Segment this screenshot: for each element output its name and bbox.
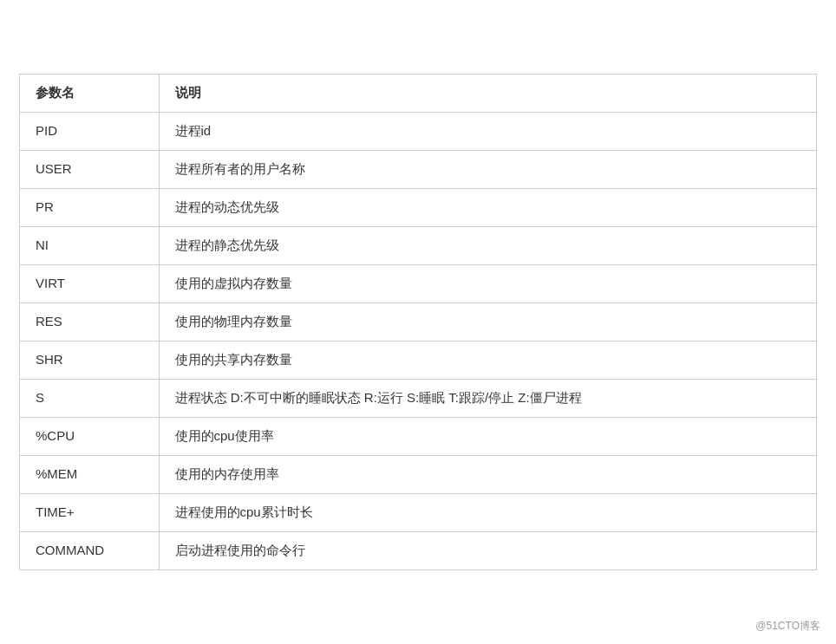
table-row: S进程状态 D:不可中断的睡眠状态 R:运行 S:睡眠 T:跟踪/停止 Z:僵尸… (20, 380, 816, 418)
param-desc: 使用的内存使用率 (159, 456, 816, 494)
param-desc: 使用的虚拟内存数量 (159, 265, 816, 303)
param-desc: 使用的cpu使用率 (159, 418, 816, 456)
table-row: VIRT使用的虚拟内存数量 (20, 265, 816, 303)
table-row: %CPU使用的cpu使用率 (20, 418, 816, 456)
table-row: PR进程的动态优先级 (20, 189, 816, 227)
col2-header: 说明 (159, 75, 816, 113)
param-name: VIRT (20, 265, 159, 303)
param-desc: 使用的物理内存数量 (159, 303, 816, 342)
table-row: TIME+进程使用的cpu累计时长 (20, 494, 816, 532)
table-row: SHR使用的共享内存数量 (20, 342, 816, 380)
table-row: RES使用的物理内存数量 (20, 303, 816, 342)
param-name: SHR (20, 342, 159, 380)
param-name: S (20, 380, 159, 418)
table-row: USER进程所有者的用户名称 (20, 151, 816, 189)
param-desc: 启动进程使用的命令行 (159, 532, 816, 570)
watermark: @51CTO博客 (755, 619, 820, 634)
param-name: %CPU (20, 418, 159, 456)
table-row: PID进程id (20, 113, 816, 151)
table-row: COMMAND启动进程使用的命令行 (20, 532, 816, 570)
param-name: NI (20, 227, 159, 265)
param-name: PID (20, 113, 159, 151)
param-name: COMMAND (20, 532, 159, 570)
table-row: NI进程的静态优先级 (20, 227, 816, 265)
param-name: PR (20, 189, 159, 227)
param-name: TIME+ (20, 494, 159, 532)
param-desc: 使用的共享内存数量 (159, 342, 816, 380)
param-desc: 进程所有者的用户名称 (159, 151, 816, 189)
param-name: %MEM (20, 456, 159, 494)
param-desc: 进程状态 D:不可中断的睡眠状态 R:运行 S:睡眠 T:跟踪/停止 Z:僵尸进… (159, 380, 816, 418)
param-name: RES (20, 303, 159, 342)
param-desc: 进程使用的cpu累计时长 (159, 494, 816, 532)
table-row: %MEM使用的内存使用率 (20, 456, 816, 494)
param-name: USER (20, 151, 159, 189)
param-desc: 进程的动态优先级 (159, 189, 816, 227)
param-desc: 进程id (159, 113, 816, 151)
col1-header: 参数名 (20, 75, 159, 113)
param-desc: 进程的静态优先级 (159, 227, 816, 265)
param-table: 参数名 说明 PID进程idUSER进程所有者的用户名称PR进程的动态优先级NI… (19, 74, 817, 570)
